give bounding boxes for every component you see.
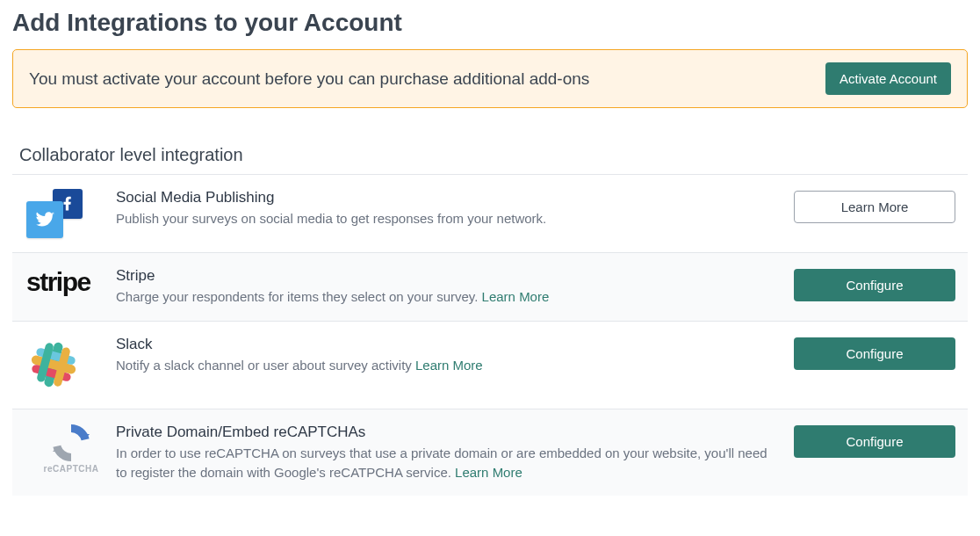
- page-title: Add Integrations to your Account: [12, 9, 968, 37]
- integration-title: Social Media Publishing: [116, 189, 776, 206]
- integration-row-slack: Slack Notify a slack channel or user abo…: [12, 322, 968, 409]
- integration-list: Social Media Publishing Publish your sur…: [12, 174, 968, 496]
- configure-button[interactable]: Configure: [794, 425, 955, 458]
- social-media-icon: [19, 189, 116, 238]
- integration-desc: Publish your surveys on social media to …: [116, 209, 776, 228]
- recaptcha-icon: reCAPTCHA: [19, 424, 116, 474]
- integration-title: Private Domain/Embed reCAPTCHAs: [116, 424, 776, 441]
- activate-account-button[interactable]: Activate Account: [825, 62, 951, 95]
- twitter-icon: [26, 201, 63, 238]
- integration-title: Stripe: [116, 267, 776, 285]
- integration-row-stripe: stripe Stripe Charge your respondents fo…: [12, 253, 968, 322]
- integration-row-social: Social Media Publishing Publish your sur…: [12, 175, 968, 253]
- integration-row-recaptcha: reCAPTCHA Private Domain/Embed reCAPTCHA…: [12, 409, 968, 496]
- recaptcha-label: reCAPTCHA: [44, 464, 99, 474]
- configure-button[interactable]: Configure: [794, 269, 955, 301]
- section-title: Collaborator level integration: [19, 145, 968, 165]
- activation-alert-text: You must activate your account before yo…: [29, 69, 589, 89]
- learn-more-link[interactable]: Learn More: [482, 289, 550, 304]
- learn-more-button[interactable]: Learn More: [794, 191, 955, 223]
- configure-button[interactable]: Configure: [794, 337, 955, 370]
- integration-desc: Notify a slack channel or user about sur…: [116, 356, 776, 375]
- integration-title: Slack: [116, 336, 776, 353]
- stripe-icon: stripe: [19, 267, 116, 297]
- activation-alert: You must activate your account before yo…: [12, 49, 968, 108]
- integration-desc: Charge your respondents for items they s…: [116, 287, 776, 307]
- slack-icon: [19, 337, 116, 392]
- learn-more-link[interactable]: Learn More: [415, 358, 483, 373]
- learn-more-link[interactable]: Learn More: [455, 465, 522, 480]
- integration-desc: In order to use reCAPTCHA on surveys tha…: [116, 444, 776, 482]
